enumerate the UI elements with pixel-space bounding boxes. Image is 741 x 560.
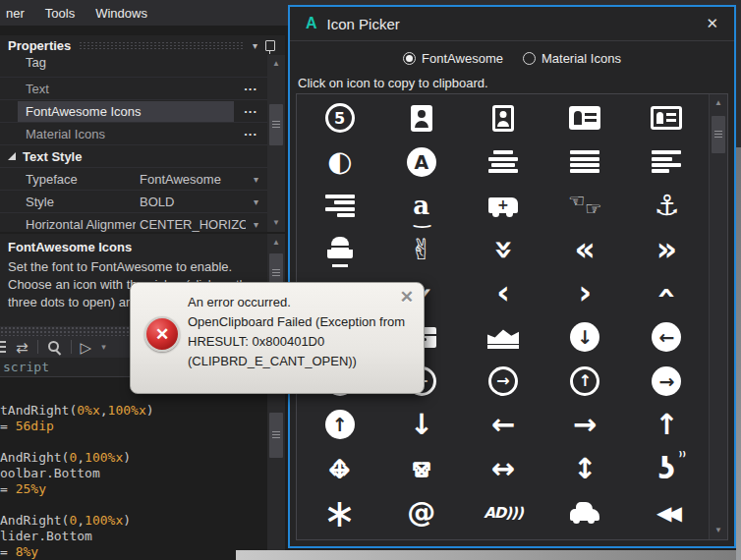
group-row-text-style[interactable]: Text Style xyxy=(0,145,267,168)
ellipsis-button[interactable]: ... xyxy=(244,124,257,139)
chevron-down-icon[interactable]: ▾ xyxy=(254,174,258,185)
scroll-down-icon[interactable]: ▼ xyxy=(267,216,285,230)
icon-audio-description[interactable]: AD))) xyxy=(462,490,543,534)
icon-bar-chart[interactable]: ▪ xyxy=(626,534,708,540)
scroll-down-icon[interactable]: ▼ xyxy=(710,524,727,537)
ellipsis-button[interactable]: ... xyxy=(244,101,257,116)
scrollbar-thumb[interactable] xyxy=(712,116,725,153)
property-row-style[interactable]: StyleBOLD▾ xyxy=(0,191,267,213)
icon-angle-double-left[interactable]: « xyxy=(544,228,626,272)
icon-adjust[interactable]: ◐ xyxy=(299,140,380,185)
code-scrollbar[interactable] xyxy=(267,377,285,560)
property-value-dropdown[interactable]: CENTER_HORIZONTA xyxy=(140,217,246,232)
icon-amazon[interactable]: a xyxy=(380,184,462,228)
icon-asterisk[interactable]: ∗ xyxy=(299,490,380,534)
error-line: An error occurred. xyxy=(188,293,422,312)
property-row-typeface[interactable]: TypefaceFontAwesome▾ xyxy=(0,168,267,191)
property-row-fontawesome-icons[interactable]: FontAwesome Icons... xyxy=(0,100,267,123)
menu-item-ner[interactable]: ner xyxy=(2,4,28,23)
icon-arrow-circle-down[interactable]: ↓ xyxy=(544,315,626,360)
icon-500px[interactable]: 5 xyxy=(299,96,380,140)
icon-grid-scrollbar[interactable]: ▲ ▼ xyxy=(709,94,727,539)
property-row-material-icons[interactable]: Material Icons... xyxy=(0,123,267,145)
icon-align-center[interactable] xyxy=(462,140,543,185)
icon-arrows-v[interactable]: ↕ xyxy=(544,447,626,491)
angle-left-icon: ‹ xyxy=(496,280,510,306)
icon-backward[interactable]: ◀◀ xyxy=(626,490,708,534)
property-row-text[interactable]: Text... xyxy=(0,78,267,100)
chevron-down-icon[interactable]: ▾ xyxy=(254,196,258,207)
icon-assistive-listening-systems[interactable]: ʖ xyxy=(626,447,708,491)
radio-material-icons[interactable]: Material Icons xyxy=(523,51,621,66)
swap-icon[interactable]: ⇄ xyxy=(16,340,28,355)
icon-angle-up[interactable]: ‹ xyxy=(626,271,708,315)
icon-arrows[interactable]: ↔↕ xyxy=(299,447,380,491)
run-icon[interactable]: ▷ xyxy=(81,340,92,355)
menu-item-tools[interactable]: Tools xyxy=(41,4,79,23)
icon-angle-left[interactable]: ‹ xyxy=(462,271,543,315)
radio-button-icon[interactable] xyxy=(523,52,536,65)
icon-address-card[interactable] xyxy=(544,96,626,140)
icon-align-justify[interactable] xyxy=(544,140,626,185)
icon-arrow-circle-left[interactable]: ← xyxy=(626,315,708,360)
icon-angellist[interactable]: ✌ xyxy=(380,228,462,272)
icon-arrows-h[interactable]: ↔ xyxy=(462,447,543,491)
ellipsis-button[interactable]: ... xyxy=(244,79,257,93)
icon-android[interactable] xyxy=(299,228,380,272)
scrollbar-thumb[interactable] xyxy=(269,104,283,145)
property-value-dropdown[interactable]: FontAwesome xyxy=(140,172,246,187)
expander-icon[interactable] xyxy=(8,152,16,160)
icon-arrows-alt[interactable]: ↔↔ xyxy=(380,447,462,491)
icon-align-left[interactable] xyxy=(626,140,708,185)
angle-double-down-icon: « xyxy=(492,237,513,262)
dialog-title-bar[interactable]: A Icon Picker ✕ xyxy=(290,7,734,41)
horizontal-scrollbar[interactable] xyxy=(236,550,741,560)
icon-ban[interactable]: ○ xyxy=(380,534,462,540)
icon-ambulance[interactable]: + xyxy=(462,184,543,228)
icon-address-book[interactable] xyxy=(380,96,462,140)
icon-arrow-left[interactable]: ← xyxy=(462,403,543,447)
window-position-icon[interactable]: ▾ xyxy=(253,40,257,51)
properties-scrollbar[interactable]: ▲ ▼ xyxy=(267,55,285,232)
icon-address-book-o[interactable] xyxy=(462,96,543,140)
panel-drag-texture[interactable] xyxy=(79,41,245,50)
icon-bandcamp[interactable]: ◠ xyxy=(462,534,543,540)
icon-bank[interactable]: ◠ xyxy=(544,534,626,540)
scroll-up-icon[interactable]: ▲ xyxy=(710,96,727,110)
icon-arrow-circle-up[interactable]: ↑ xyxy=(299,403,380,447)
icon-adn[interactable]: A xyxy=(380,140,462,185)
icon-arrow-circle-o-up[interactable]: ↑ xyxy=(544,360,626,404)
radio-button-icon[interactable] xyxy=(403,52,416,65)
icon-balance-scale[interactable]: ▴ xyxy=(299,534,380,540)
code-editor[interactable]: tAndRight(0%x,100%x)= 56dipAndRight(0,10… xyxy=(0,377,267,560)
list-icon[interactable] xyxy=(0,341,6,353)
pin-icon[interactable] xyxy=(265,40,275,51)
scroll-up-icon[interactable]: ▲ xyxy=(267,57,285,71)
icon-angle-double-right[interactable]: » xyxy=(626,228,708,272)
more-icon[interactable]: ▾ xyxy=(101,343,106,352)
radio-fontawesome[interactable]: FontAwesome xyxy=(403,51,503,66)
icon-address-card-o[interactable] xyxy=(626,96,708,140)
scrollbar-thumb[interactable] xyxy=(269,413,283,458)
scroll-up-icon[interactable]: ▲ xyxy=(267,236,285,250)
icon-american-sign-language-interpreting[interactable] xyxy=(544,184,626,228)
icon-angle-right[interactable]: › xyxy=(544,271,626,315)
icon-angle-double-down[interactable]: « xyxy=(462,228,543,272)
icon-automobile[interactable] xyxy=(544,490,626,534)
icon-arrow-circle-right[interactable]: → xyxy=(626,360,708,404)
icon-arrow-circle-o-right[interactable]: → xyxy=(462,360,543,404)
icon-at[interactable]: @ xyxy=(380,490,462,534)
close-icon[interactable]: ✕ xyxy=(704,13,720,34)
search-icon[interactable] xyxy=(47,340,62,355)
property-value-dropdown[interactable]: BOLD xyxy=(140,195,246,209)
icon-anchor[interactable]: ⚓ xyxy=(626,184,708,228)
icon-arrow-up[interactable]: ↑ xyxy=(626,403,708,447)
icon-align-right[interactable] xyxy=(299,184,380,228)
icon-arrow-right[interactable]: → xyxy=(544,403,626,447)
property-row-tag[interactable]: Tag xyxy=(0,55,267,78)
icon-arrow-down[interactable]: ↓ xyxy=(380,403,462,447)
chevron-down-icon[interactable]: ▾ xyxy=(254,219,258,230)
icon-area-chart[interactable] xyxy=(462,315,543,360)
align-center-icon xyxy=(488,150,518,173)
menu-item-windows[interactable]: Windows xyxy=(91,4,151,23)
